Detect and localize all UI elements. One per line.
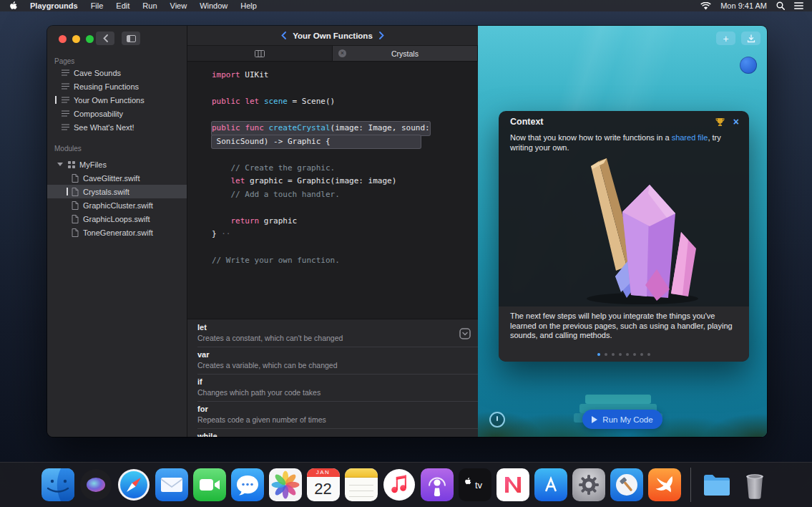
dock-finder[interactable] — [41, 468, 74, 501]
dock-system-preferences[interactable] — [572, 468, 605, 501]
character-avatar-button[interactable] — [740, 57, 757, 74]
menu-view[interactable]: View — [164, 1, 194, 10]
code-line[interactable] — [212, 109, 478, 122]
snippet-keyword: var — [197, 350, 449, 359]
module-group-label: MyFiles — [79, 160, 107, 169]
disclosure-triangle-icon[interactable] — [57, 163, 63, 166]
code-line[interactable]: public let scene = Scene() — [212, 95, 478, 109]
snippet-while[interactable]: while — [187, 428, 478, 437]
page-forward-button[interactable] — [379, 32, 384, 39]
dock-notes[interactable] — [345, 468, 378, 501]
code-line[interactable]: // Write your own function. — [212, 254, 478, 268]
tab-main[interactable] — [187, 46, 333, 61]
svg-text:tv: tv — [474, 480, 482, 491]
dock-messages[interactable] — [231, 468, 264, 501]
code-line[interactable]: // Create the graphic. — [212, 162, 478, 175]
page-dot[interactable] — [640, 353, 644, 357]
menu-run[interactable]: Run — [136, 1, 163, 10]
menu-edit[interactable]: Edit — [109, 1, 136, 10]
snippet-let[interactable]: letCreates a constant, which can't be ch… — [187, 319, 478, 347]
code-line[interactable]: return graphic — [212, 215, 478, 228]
sidebar-file-crystals-swift[interactable]: Crystals.swift — [47, 185, 187, 198]
code-line[interactable] — [212, 241, 478, 255]
page-dot[interactable] — [597, 353, 601, 357]
snippet-var[interactable]: varCreates a variable, which can be chan… — [187, 347, 478, 374]
playgrounds-window: Pages Cave SoundsReusing FunctionsYour O… — [47, 26, 767, 437]
dock: JAN22tv — [0, 462, 812, 507]
code-line[interactable]: // Add a touch handler. — [212, 188, 478, 202]
run-my-code-button[interactable]: Run My Code — [582, 410, 662, 429]
toggle-sidebar-button[interactable] — [122, 32, 140, 45]
sidebar-file-tonegenerator-swift[interactable]: ToneGenerator.swift — [47, 226, 187, 239]
dock-calendar[interactable]: JAN22 — [307, 468, 340, 501]
page-dot[interactable] — [633, 353, 637, 357]
page-back-button[interactable] — [281, 32, 286, 39]
dock-news[interactable] — [497, 468, 529, 501]
capture-button[interactable] — [741, 32, 760, 45]
code-area[interactable]: import UIKitpublic let scene = Scene()pu… — [187, 62, 478, 319]
close-tab-icon[interactable]: × — [338, 49, 346, 57]
zoom-window-button[interactable] — [86, 35, 94, 43]
dock-apple-tv[interactable]: tv — [459, 468, 491, 501]
page-dot[interactable] — [626, 353, 630, 357]
code-line[interactable]: } ·· — [212, 228, 478, 241]
minimize-window-button[interactable] — [72, 35, 80, 43]
page-dot[interactable] — [605, 353, 608, 357]
menu-file[interactable]: File — [84, 1, 110, 10]
snippet-for[interactable]: forRepeats code a given number of times — [187, 401, 478, 428]
code-line[interactable] — [212, 82, 478, 96]
context-body-text: The next few steps will help you integra… — [510, 312, 738, 341]
apple-logo-icon — [10, 1, 18, 11]
snippet-if[interactable]: ifChanges which path your code takes — [187, 374, 478, 401]
page-icon — [62, 69, 69, 76]
dock-facetime[interactable] — [193, 468, 226, 501]
code-line[interactable]: import UIKit — [212, 69, 478, 82]
add-button[interactable]: + — [716, 32, 735, 45]
dock-trash[interactable] — [738, 468, 771, 501]
run-speed-button[interactable] — [489, 412, 505, 428]
code-line[interactable] — [212, 201, 478, 215]
app-menu-title[interactable]: Playgrounds — [24, 1, 84, 10]
code-line[interactable]: SonicSound) -> Graphic { — [212, 135, 478, 149]
sidebar-page-cave-sounds[interactable]: Cave Sounds — [47, 66, 187, 79]
trophy-icon[interactable] — [715, 117, 725, 127]
code-line[interactable]: let graphic = Graphic(image: image) — [212, 175, 478, 188]
menu-window[interactable]: Window — [193, 1, 234, 10]
editor-tabbar: × Crystals — [187, 46, 478, 62]
back-button[interactable] — [96, 32, 114, 45]
wifi-icon[interactable] — [700, 2, 711, 10]
close-window-button[interactable] — [59, 35, 67, 43]
dock-xcode[interactable] — [610, 468, 643, 501]
dock-playgrounds[interactable] — [648, 468, 681, 501]
dock-siri[interactable] — [79, 468, 112, 501]
sidebar-file-caveglitter-swift[interactable]: CaveGlitter.swift — [47, 171, 187, 185]
notification-center-icon[interactable] — [794, 2, 803, 9]
sidebar-page-see-what-s-next[interactable]: See What's Next! — [47, 120, 187, 134]
menu-help[interactable]: Help — [234, 1, 263, 10]
tab-crystals[interactable]: × Crystals — [333, 46, 478, 61]
shared-file-link[interactable]: shared file — [672, 133, 708, 142]
dock-podcasts[interactable] — [421, 468, 454, 501]
sidebar-page-your-own-functions[interactable]: Your Own Functions — [47, 93, 187, 107]
dock-music[interactable] — [383, 468, 416, 501]
sidebar-file-graphicloops-swift[interactable]: GraphicLoops.swift — [47, 212, 187, 226]
dock-downloads-folder[interactable] — [700, 468, 733, 501]
sidebar-page-composability[interactable]: Composability — [47, 107, 187, 120]
dock-app-store[interactable] — [534, 468, 567, 501]
dock-photos[interactable] — [269, 468, 302, 501]
page-dot[interactable] — [619, 353, 622, 357]
page-dot[interactable] — [612, 353, 615, 357]
menubar-clock[interactable]: Mon 9:41 AM — [720, 1, 767, 10]
code-line[interactable] — [212, 148, 478, 162]
code-line[interactable]: public func createCrystal(image: Image, … — [212, 122, 478, 135]
sidebar-file-graphiccluster-swift[interactable]: GraphicCluster.swift — [47, 198, 187, 212]
sidebar-module-group-myfiles[interactable]: MyFiles — [47, 158, 187, 171]
expand-snippets-button[interactable] — [459, 328, 471, 339]
dock-safari[interactable] — [117, 468, 150, 501]
close-icon[interactable]: × — [733, 117, 739, 127]
dock-mail[interactable] — [155, 468, 188, 501]
apple-menu[interactable] — [9, 1, 24, 11]
spotlight-search-icon[interactable] — [776, 1, 785, 10]
sidebar-page-reusing-functions[interactable]: Reusing Functions — [47, 79, 187, 93]
page-dot[interactable] — [647, 353, 651, 357]
